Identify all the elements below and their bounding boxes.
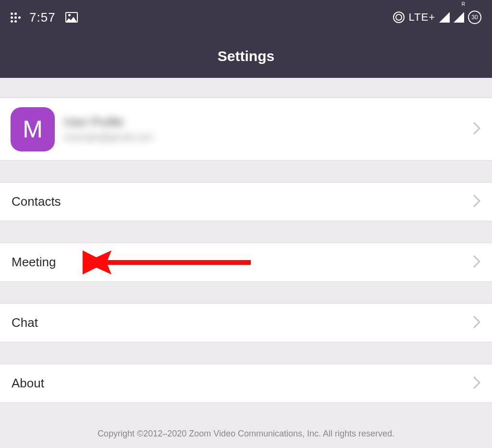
chevron-right-icon [473, 255, 480, 270]
blackberry-icon [11, 12, 21, 23]
chevron-right-icon [473, 122, 480, 137]
footer-copyright: Copyright ©2012–2020 Zoom Video Communic… [0, 403, 492, 448]
menu-item-contacts[interactable]: Contacts [0, 183, 492, 221]
menu-item-about[interactable]: About [0, 364, 492, 403]
status-time: 7:57 [29, 10, 56, 25]
battery-icon: 30 [468, 11, 481, 24]
menu-label: Chat [12, 315, 38, 330]
page-title: Settings [218, 48, 274, 64]
chevron-right-icon [473, 194, 480, 210]
signal-icon [439, 12, 450, 23]
spacer [0, 161, 492, 183]
hotspot-icon [393, 12, 405, 23]
menu-label: Meeting [12, 255, 56, 270]
spacer [0, 78, 492, 98]
spacer [0, 342, 492, 364]
profile-row[interactable]: M User Profile example@gmail.com [0, 98, 492, 161]
app-header: Settings [0, 35, 492, 78]
profile-name: User Profile [63, 115, 153, 129]
picture-icon [65, 12, 78, 23]
chevron-right-icon [473, 376, 480, 391]
signal-roaming-icon: R [454, 12, 464, 23]
profile-email: example@gmail.com [63, 132, 153, 143]
menu-item-meeting[interactable]: Meeting [0, 243, 492, 282]
status-bar: 7:57 LTE+ R 30 [0, 0, 492, 35]
menu-label: Contacts [12, 194, 61, 209]
avatar: M [11, 107, 55, 151]
spacer [0, 282, 492, 304]
roaming-label: R [462, 1, 465, 7]
menu-item-chat[interactable]: Chat [0, 304, 492, 342]
chevron-right-icon [473, 315, 480, 331]
menu-label: About [12, 376, 44, 391]
settings-content: M User Profile example@gmail.com Contact… [0, 78, 492, 448]
network-type: LTE+ [408, 11, 435, 24]
spacer [0, 221, 492, 243]
